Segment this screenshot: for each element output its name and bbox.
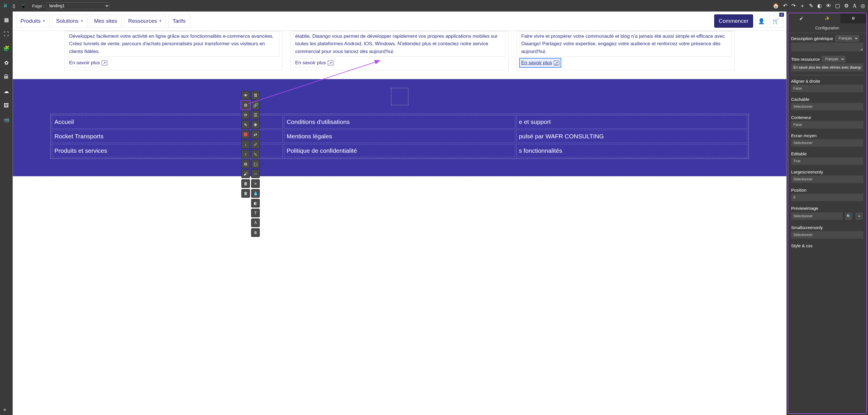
tb-gear-icon[interactable]: ⚙ [241,101,250,110]
mobile-icon[interactable]: 📱 [21,3,26,9]
video-icon[interactable]: 📹 [3,117,9,123]
preview-zoom-button[interactable]: 🔍 [844,212,853,220]
nav-user[interactable]: 👤 [755,15,768,28]
tb-file-icon[interactable]: 🗎 [251,228,260,237]
prop-position-value[interactable]: 9 [791,194,863,201]
footer-link[interactable]: Mentions légales [284,130,515,143]
nav-ressources[interactable]: Ressources [124,15,166,27]
footer-link[interactable]: Conditions d'utilisations [284,115,515,128]
tb-collapse-icon[interactable]: ⤡ [251,150,260,158]
grid-icon[interactable]: ▦ [4,17,9,23]
font-icon[interactable]: A [853,3,857,9]
desc-label: Description générique [791,36,833,41]
tb-align-icon[interactable]: ≡ [251,179,260,188]
prop-editable-value[interactable]: True [791,157,863,165]
eye-icon[interactable]: 👁 [826,3,831,9]
square-icon[interactable]: ▢ [835,3,840,9]
add-icon[interactable]: ＋ [800,2,805,9]
plugin-icon[interactable]: 🧩 [3,45,9,52]
site-footer: Accueil Rocket Transports Produits et se… [13,79,786,176]
redo-icon[interactable]: ↷ [792,3,796,9]
panel-header: Configuration [788,23,866,33]
tb-contrast-icon[interactable]: ◐ [251,199,260,208]
panel-tab-brush[interactable]: 🖌 [788,13,814,23]
tb-list-icon[interactable]: ☰ [251,111,260,119]
footer-link[interactable]: e et support [516,115,747,128]
external-link-icon: ↗ [102,61,107,65]
gear-icon[interactable]: ⚙ [844,3,849,9]
image-icon[interactable]: 🖼 [4,102,9,109]
tb-down-icon[interactable]: ↓ [241,140,250,149]
prop-large-value[interactable]: Sélectionner [791,176,863,183]
tablet-icon[interactable]: ▯ [13,3,15,9]
tb-edit-icon[interactable]: ✎ [241,120,250,129]
tb-hresize-icon[interactable]: ↔ [251,170,260,178]
tb-eye-icon[interactable]: 👁 [241,91,250,100]
tb-rect-icon[interactable]: ▢ [251,160,260,168]
tb-brush-icon[interactable]: 🖌 [241,170,250,178]
page-select[interactable]: landing1 [46,2,110,9]
footer-link[interactable]: Politique de confidentialité [284,144,515,157]
tb-refresh-icon[interactable]: ⟳ [241,111,250,119]
tb-doc-icon[interactable]: 🖺 [251,91,260,100]
nav-cta[interactable]: Commencer [714,14,753,28]
edit-icon[interactable]: ✎ [809,3,813,9]
nav-tarifs[interactable]: Tarifs [168,15,190,27]
nav-produits[interactable]: Produits [16,15,50,27]
panel-tab-gear[interactable]: ⚙ [840,13,866,23]
tb-copy-icon[interactable]: ⧉ [241,160,250,168]
target-icon[interactable]: ◎ [861,3,865,9]
title-input[interactable] [791,63,863,71]
card-3-text: Faire vivre et prospérer votre communaut… [520,31,732,57]
desc-lang-select[interactable]: Français [835,35,859,41]
nav-solutions[interactable]: Solutions [52,15,88,27]
tb-font-icon[interactable]: A [251,218,260,227]
panel-tab-wand[interactable]: ✨ [814,13,840,23]
prop-cachable-value[interactable]: Sélectionner [791,103,863,110]
preview-add-button[interactable]: ＋ [855,212,863,220]
leaf-icon[interactable]: ✿ [4,60,9,66]
external-link-icon: ↗ [328,61,333,65]
desktop-icon[interactable]: 🖥 [3,3,7,8]
tb-text-icon[interactable]: T [251,209,260,217]
footer-link[interactable]: s fonctionnalités [516,144,747,157]
nav-mes-sites[interactable]: Mes sites [90,15,122,27]
prop-preview-value[interactable]: Sélectionner [791,212,843,220]
desc-textarea[interactable]: ◢ [791,43,863,51]
tb-warn-icon[interactable]: ⓿ [241,130,250,139]
title-label: Titre ressource [791,57,819,62]
tb-expand-icon[interactable]: ⤢ [251,140,260,149]
page-label: Page : [32,3,44,8]
prop-small-value[interactable]: Sélectionner [791,231,863,239]
tb-trash2-icon[interactable]: 🗑 [241,189,250,198]
card-1-text: Développez facilement votre activité en … [68,31,279,57]
prop-container-value[interactable]: False [791,121,863,128]
tb-trash-icon[interactable]: 🗑 [241,179,250,188]
contrast-icon[interactable]: ◐ [817,3,822,9]
library-icon[interactable]: 🏛 [4,74,9,80]
sitemap-icon[interactable]: ⛶ [4,31,9,37]
tb-link-icon[interactable]: 🔗 [251,101,260,110]
tb-move-icon[interactable]: ✥ [251,120,260,129]
home-icon[interactable]: 🏠 [773,3,779,9]
tb-swap-icon[interactable]: ⇄ [251,130,260,139]
prop-medium-value[interactable]: Sélectionner [791,139,863,147]
plus-icon: ＋ [857,213,861,219]
tb-up-icon[interactable]: ↑ [241,150,250,158]
tb-drop-icon[interactable]: 💧 [251,189,260,198]
collapse-icon[interactable]: « [3,407,6,412]
footer-link[interactable]: pulsé par WAFR CONSULTING [516,130,747,143]
prop-style-label: Style & css [791,243,863,248]
prop-preview-label: Previewimage [791,206,863,211]
site-nav: Produits Solutions Mes sites Ressources … [13,11,786,31]
title-lang-select[interactable]: Français [822,56,845,62]
prop-align-value[interactable]: False [791,85,863,92]
card-3-link[interactable]: En savoir plus↗ [520,59,561,67]
nav-cart[interactable]: 🛒0 [770,15,783,28]
canvas: Produits Solutions Mes sites Ressources … [13,11,786,415]
card-2-link[interactable]: En savoir plus↗ [294,59,335,67]
card-1-link[interactable]: En savoir plus↗ [68,59,108,67]
config-panel: 🖌 ✨ ⚙ Configuration Description génériqu… [788,13,867,414]
cloud-icon[interactable]: ☁ [4,88,9,94]
undo-icon[interactable]: ↶ [783,3,787,9]
